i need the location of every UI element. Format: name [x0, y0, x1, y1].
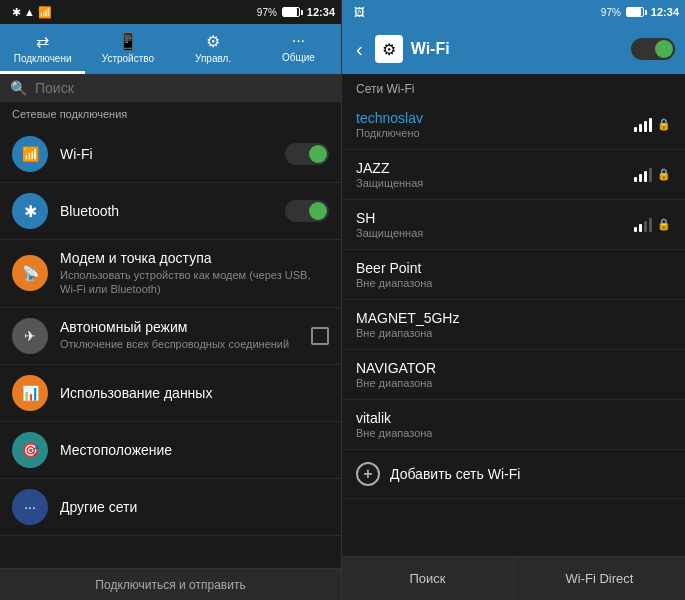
search-input[interactable] — [35, 80, 331, 96]
lock-icon-sh: 🔒 — [657, 218, 671, 231]
wifi-toggle-exclaim-icon: ! — [665, 41, 669, 55]
airplane-subtitle: Отключение всех беспроводных соединений — [60, 337, 311, 351]
bar3 — [644, 121, 647, 132]
bar1 — [634, 127, 637, 132]
airplane-icon: ✈ — [12, 318, 48, 354]
gear-icon: ⚙ — [375, 35, 403, 63]
lock-icon-technoslav: 🔒 — [657, 118, 671, 131]
add-network-button[interactable]: + Добавить сеть Wi-Fi — [342, 450, 685, 499]
wifi-name-navigator: NAVIGATOR — [356, 360, 671, 376]
device-icon: 📱 — [118, 32, 138, 51]
status-bar-left: ✱ ▲ 📶 97% 12:34 — [0, 0, 341, 24]
status-icons-left: ✱ ▲ 📶 — [6, 6, 254, 19]
wifi-direct-button[interactable]: Wi-Fi Direct — [514, 557, 685, 600]
add-network-label: Добавить сеть Wi-Fi — [390, 466, 520, 482]
data-icon: 📊 — [12, 375, 48, 411]
wifi-text-navigator: NAVIGATOR Вне диапазона — [356, 360, 671, 389]
wifi-status-technoslav: Подключено — [356, 127, 626, 139]
bar3 — [644, 221, 647, 232]
battery-icon-left — [282, 7, 300, 17]
data-title: Использование данных — [60, 385, 329, 401]
bar1 — [634, 177, 637, 182]
tab-device[interactable]: 📱 Устройство — [85, 24, 170, 74]
section-header: Сетевые подключения — [0, 102, 341, 126]
time-left: 12:34 — [307, 6, 335, 18]
other-networks-icon: ··· — [12, 489, 48, 525]
wifi-signal-jazz: 🔒 — [634, 168, 671, 182]
wifi-signal-technoslav: 🔒 — [634, 118, 671, 132]
battery-icon-right — [626, 7, 644, 17]
bluetooth-icon: ✱ — [12, 193, 48, 229]
tab-device-label: Устройство — [102, 53, 154, 64]
battery-percent-right: 97% — [601, 7, 621, 18]
wifi-text-jazz: JAZZ Защищенная — [356, 160, 626, 189]
connections-icon: ⇄ — [36, 32, 49, 51]
wifi-name-technoslav: technoslav — [356, 110, 626, 126]
airplane-item-text: Автономный режим Отключение всех беспров… — [60, 319, 311, 351]
tab-connections[interactable]: ⇄ Подключени — [0, 24, 85, 74]
tab-bar: ⇄ Подключени 📱 Устройство ⚙ Управл. ··· … — [0, 24, 341, 74]
wifi-item-beerpoint[interactable]: Beer Point Вне диапазона — [342, 250, 685, 300]
wifi-status-sh: Защищенная — [356, 227, 626, 239]
tab-controls[interactable]: ⚙ Управл. — [171, 24, 256, 74]
wifi-name-sh: SH — [356, 210, 626, 226]
wifi-header: ‹ ⚙ Wi-Fi ! — [342, 24, 685, 74]
search-icon: 🔍 — [10, 80, 27, 96]
other-item-text: Другие сети — [60, 499, 329, 515]
wifi-bars-jazz — [634, 168, 652, 182]
controls-icon: ⚙ — [206, 32, 220, 51]
add-circle-icon: + — [356, 462, 380, 486]
wifi-name-beerpoint: Beer Point — [356, 260, 671, 276]
bottom-bar-left[interactable]: Подключиться и отправить — [0, 568, 341, 600]
airplane-checkbox[interactable] — [311, 327, 329, 345]
wifi-text-technoslav: technoslav Подключено — [356, 110, 626, 139]
tab-connections-label: Подключени — [14, 53, 72, 64]
location-title: Местоположение — [60, 442, 329, 458]
wifi-status-vitalik: Вне диапазона — [356, 427, 671, 439]
settings-item-bluetooth[interactable]: ✱ Bluetooth ! — [0, 183, 341, 240]
right-bottom-bar: Поиск Wi-Fi Direct — [342, 556, 685, 600]
location-item-text: Местоположение — [60, 442, 329, 458]
time-right: 12:34 — [651, 6, 679, 18]
settings-item-airplane[interactable]: ✈ Автономный режим Отключение всех беспр… — [0, 308, 341, 365]
bar4 — [649, 168, 652, 182]
bar1 — [634, 227, 637, 232]
wifi-item-magnet[interactable]: MAGNET_5GHz Вне диапазона — [342, 300, 685, 350]
modem-item-text: Модем и точка доступа Использовать устро… — [60, 250, 329, 297]
wifi-item-vitalik[interactable]: vitalik Вне диапазона — [342, 400, 685, 450]
wifi-item-jazz[interactable]: JAZZ Защищенная 🔒 — [342, 150, 685, 200]
bottom-bar-text: Подключиться и отправить — [95, 578, 245, 592]
wifi-toggle-knob — [655, 40, 673, 58]
wifi-status-magnet: Вне диапазона — [356, 327, 671, 339]
bar4 — [649, 118, 652, 132]
wifi-item-sh[interactable]: SH Защищенная 🔒 — [342, 200, 685, 250]
wifi-text-vitalik: vitalik Вне диапазона — [356, 410, 671, 439]
search-button[interactable]: Поиск — [342, 557, 514, 600]
wifi-item-navigator[interactable]: NAVIGATOR Вне диапазона — [342, 350, 685, 400]
wifi-toggle-switch[interactable]: ! — [285, 143, 329, 165]
wifi-screen-title: Wi-Fi — [411, 40, 623, 58]
image-icon-right: 🖼 — [354, 6, 365, 18]
wifi-name-magnet: MAGNET_5GHz — [356, 310, 671, 326]
bluetooth-toggle-switch[interactable]: ! — [285, 200, 329, 222]
left-panel: ✱ ▲ 📶 97% 12:34 ⇄ Подключени 📱 Устройств… — [0, 0, 342, 600]
settings-item-modem[interactable]: 📡 Модем и точка доступа Использовать уст… — [0, 240, 341, 308]
settings-item-wifi[interactable]: 📶 Wi-Fi ! — [0, 126, 341, 183]
location-icon: 🎯 — [12, 432, 48, 468]
modem-icon: 📡 — [12, 255, 48, 291]
tab-general[interactable]: ··· Общие — [256, 24, 341, 74]
back-button[interactable]: ‹ — [352, 34, 367, 65]
wifi-text-beerpoint: Beer Point Вне диапазона — [356, 260, 671, 289]
wifi-item-technoslav[interactable]: technoslav Подключено 🔒 — [342, 100, 685, 150]
wifi-status-navigator: Вне диапазона — [356, 377, 671, 389]
settings-item-location[interactable]: 🎯 Местоположение — [0, 422, 341, 479]
wifi-name-jazz: JAZZ — [356, 160, 626, 176]
settings-item-other[interactable]: ··· Другие сети — [0, 479, 341, 536]
settings-item-data[interactable]: 📊 Использование данных — [0, 365, 341, 422]
wifi-screen-toggle[interactable]: ! — [631, 38, 675, 60]
bluetooth-toggle-exclaim: ! — [319, 203, 323, 215]
wifi-bars-full — [634, 118, 652, 132]
battery-percent-left: 97% — [257, 7, 277, 18]
other-title: Другие сети — [60, 499, 329, 515]
wifi-item-text: Wi-Fi — [60, 146, 285, 162]
